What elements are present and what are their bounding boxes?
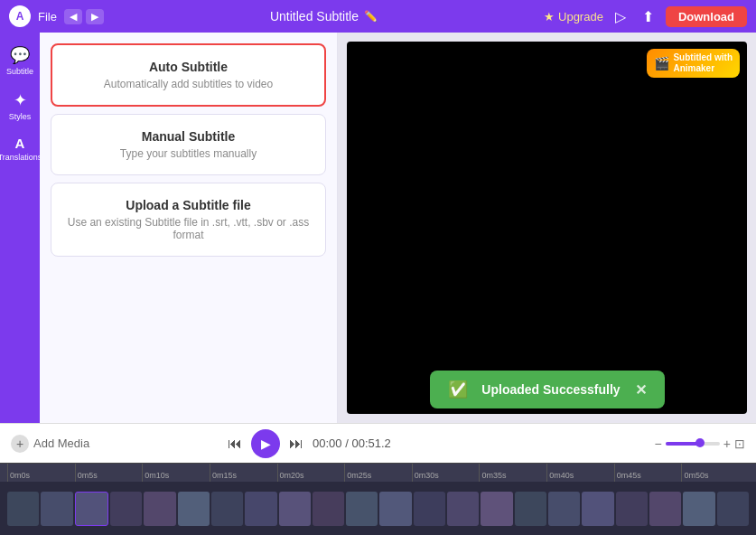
auto-subtitle-desc: Automatically add subtitles to video bbox=[67, 78, 310, 90]
track-segment[interactable] bbox=[211, 492, 243, 526]
video-panel: 🎬 Subtitled with Animaker ✅ Uploaded Suc… bbox=[338, 33, 756, 423]
track-segment[interactable] bbox=[582, 492, 613, 526]
track-segment[interactable] bbox=[41, 492, 72, 526]
file-menu[interactable]: File bbox=[38, 10, 57, 23]
upgrade-button[interactable]: ★ Upgrade bbox=[544, 10, 603, 23]
add-media-icon: + bbox=[11, 435, 29, 453]
timeline-track bbox=[0, 482, 756, 535]
main-layout: 💬 Subtitle ✦ Styles A Translations Auto … bbox=[0, 33, 756, 423]
ruler-mark: 0m25s bbox=[344, 464, 412, 482]
ruler-mark: 0m0s bbox=[7, 464, 75, 482]
sidebar-item-subtitle[interactable]: 💬 Subtitle bbox=[2, 40, 38, 81]
undo-button[interactable]: ◀ bbox=[64, 9, 82, 24]
translations-icon: A bbox=[15, 136, 25, 151]
ruler-mark: 0m50s bbox=[681, 464, 749, 482]
auto-subtitle-title: Auto Subtitle bbox=[67, 60, 310, 74]
logo-text: A bbox=[16, 10, 24, 23]
sidebar-item-translations[interactable]: A Translations bbox=[2, 130, 38, 167]
skip-back-button[interactable]: ⏮ bbox=[226, 434, 244, 454]
time-display: 00:00 / 00:51.2 bbox=[313, 436, 391, 450]
ruler-mark: 0m20s bbox=[277, 464, 345, 482]
sidebar: 💬 Subtitle ✦ Styles A Translations bbox=[0, 33, 40, 423]
redo-button[interactable]: ▶ bbox=[86, 9, 104, 24]
left-panel: Auto Subtitle Automatically add subtitle… bbox=[40, 33, 338, 423]
auto-subtitle-card[interactable]: Auto Subtitle Automatically add subtitle… bbox=[51, 43, 326, 107]
badge-text-line2: Animaker bbox=[673, 63, 733, 74]
title-edit-icon[interactable]: ✏️ bbox=[364, 10, 378, 23]
animaker-badge: 🎬 Subtitled with Animaker bbox=[647, 49, 740, 78]
track-segment[interactable] bbox=[245, 492, 276, 526]
bottom-controls: + Add Media ⏮ ▶ ⏭ 00:00 / 00:51.2 − + ⊡ bbox=[0, 423, 756, 463]
upload-success-toast: ✅ Uploaded Successfully ✕ bbox=[430, 371, 665, 408]
badge-icon: 🎬 bbox=[654, 56, 669, 70]
ruler-mark: 0m10s bbox=[142, 464, 210, 482]
track-segment[interactable] bbox=[548, 492, 580, 526]
ruler-mark: 0m45s bbox=[614, 464, 682, 482]
time-current: 00:00 bbox=[313, 436, 342, 450]
ruler-mark: 0m40s bbox=[546, 464, 614, 482]
fit-zoom-button[interactable]: ⊡ bbox=[734, 436, 745, 451]
upload-subtitle-desc: Use an existing Subtitle file in .srt, .… bbox=[66, 216, 311, 241]
track-segment[interactable] bbox=[110, 492, 142, 526]
track-segment[interactable] bbox=[515, 492, 546, 526]
add-media-button[interactable]: + Add Media bbox=[11, 435, 89, 453]
timeline-ruler: 0m0s0m5s0m10s0m15s0m20s0m25s0m30s0m35s0m… bbox=[0, 464, 756, 482]
track-segment[interactable] bbox=[75, 492, 108, 526]
badge-text-group: Subtitled with Animaker bbox=[673, 52, 733, 74]
play-button[interactable]: ▶ bbox=[251, 429, 280, 458]
time-total: 00:51.2 bbox=[351, 436, 390, 450]
track-segment[interactable] bbox=[279, 492, 311, 526]
zoom-bar[interactable] bbox=[666, 442, 720, 446]
timeline: 0m0s0m5s0m10s0m15s0m20s0m25s0m30s0m35s0m… bbox=[0, 463, 756, 535]
zoom-in-button[interactable]: + bbox=[723, 436, 731, 451]
ruler-mark: 0m30s bbox=[412, 464, 480, 482]
manual-subtitle-desc: Type your subtitles manually bbox=[66, 147, 311, 160]
upload-success-text: Uploaded Successfully bbox=[481, 382, 620, 397]
track-segment[interactable] bbox=[447, 492, 479, 526]
title-text: Untitled Subtitle bbox=[270, 9, 359, 23]
document-title: Untitled Subtitle ✏️ bbox=[111, 9, 537, 23]
subtitle-icon: 💬 bbox=[10, 45, 30, 65]
star-icon: ★ bbox=[544, 10, 555, 23]
ruler-mark: 0m15s bbox=[210, 464, 277, 482]
sidebar-label-styles: Styles bbox=[9, 112, 32, 121]
track-segment[interactable] bbox=[414, 492, 445, 526]
sidebar-label-translations: Translations bbox=[0, 153, 42, 162]
track-segment[interactable] bbox=[649, 492, 681, 526]
toast-close-button[interactable]: ✕ bbox=[635, 381, 647, 399]
download-button[interactable]: Download bbox=[666, 6, 747, 27]
manual-subtitle-title: Manual Subtitle bbox=[66, 129, 311, 144]
upload-subtitle-title: Upload a Subtitle file bbox=[66, 198, 311, 212]
styles-icon: ✦ bbox=[14, 90, 27, 110]
ruler-mark: 0m5s bbox=[75, 464, 143, 482]
timeline-controls: ⏮ ▶ ⏭ 00:00 / 00:51.2 bbox=[226, 429, 391, 458]
zoom-controls: − + ⊡ bbox=[655, 436, 745, 451]
track-segment[interactable] bbox=[379, 492, 411, 526]
track-segment[interactable] bbox=[683, 492, 714, 526]
zoom-out-button[interactable]: − bbox=[655, 436, 662, 451]
add-media-label: Add Media bbox=[33, 436, 89, 450]
track-segment[interactable] bbox=[7, 492, 39, 526]
undo-redo-group: ◀ ▶ bbox=[64, 9, 104, 24]
badge-text-line1: Subtitled with bbox=[673, 52, 733, 63]
track-segment[interactable] bbox=[313, 492, 344, 526]
sidebar-label-subtitle: Subtitle bbox=[6, 67, 33, 76]
zoom-fill bbox=[666, 442, 698, 446]
sidebar-item-styles[interactable]: ✦ Styles bbox=[2, 85, 38, 127]
manual-subtitle-card[interactable]: Manual Subtitle Type your subtitles manu… bbox=[51, 114, 326, 175]
skip-forward-button[interactable]: ⏭ bbox=[287, 434, 305, 454]
share-button[interactable]: ⬆ bbox=[638, 6, 658, 27]
track-segment[interactable] bbox=[717, 492, 749, 526]
check-icon: ✅ bbox=[448, 380, 468, 399]
logo: A bbox=[9, 5, 31, 27]
upload-subtitle-card[interactable]: Upload a Subtitle file Use an existing S… bbox=[51, 183, 326, 257]
track-segment[interactable] bbox=[178, 492, 210, 526]
preview-button[interactable]: ▷ bbox=[611, 6, 630, 27]
track-segment[interactable] bbox=[346, 492, 378, 526]
track-segment[interactable] bbox=[616, 492, 648, 526]
ruler-mark: 0m35s bbox=[479, 464, 546, 482]
video-area: 🎬 Subtitled with Animaker bbox=[347, 42, 747, 414]
track-segment[interactable] bbox=[144, 492, 175, 526]
track-segment[interactable] bbox=[481, 492, 512, 526]
topbar: A File ◀ ▶ Untitled Subtitle ✏️ ★ Upgrad… bbox=[0, 0, 756, 33]
